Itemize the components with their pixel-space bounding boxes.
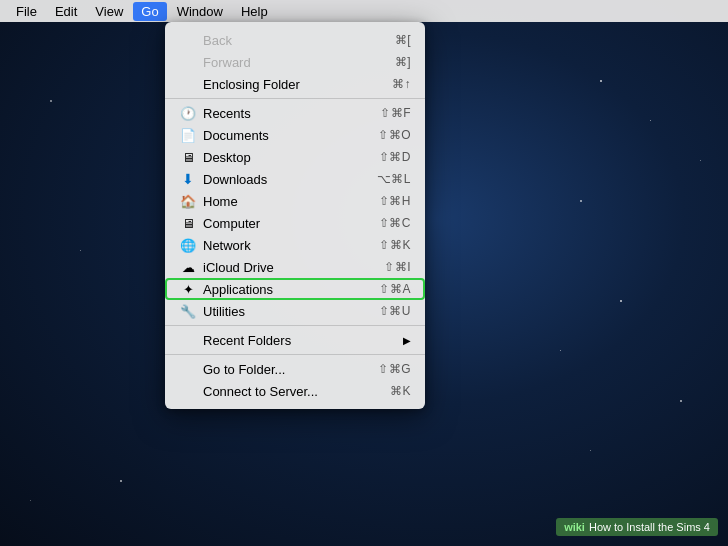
watermark: wiki How to Install the Sims 4 <box>556 518 718 536</box>
goto-folder-icon <box>179 361 197 377</box>
places-section: 🕐 Recents ⇧⌘F 📄 Documents ⇧⌘O 🖥 Desktop … <box>165 99 425 326</box>
menu-icloud-drive[interactable]: ☁ iCloud Drive ⇧⌘I <box>165 256 425 278</box>
forward-shortcut: ⌘] <box>395 55 411 69</box>
recents-label: Recents <box>203 106 380 121</box>
utilities-icon: 🔧 <box>179 303 197 319</box>
enclosing-folder-shortcut: ⌘↑ <box>392 77 411 91</box>
recent-folders-icon <box>179 332 197 348</box>
documents-label: Documents <box>203 128 378 143</box>
menu-utilities[interactable]: 🔧 Utilities ⇧⌘U <box>165 300 425 322</box>
documents-shortcut: ⇧⌘O <box>378 128 411 142</box>
nav-section: Back ⌘[ Forward ⌘] Enclosing Folder ⌘↑ <box>165 26 425 99</box>
menu-help[interactable]: Help <box>233 2 276 21</box>
desktop-label: Desktop <box>203 150 379 165</box>
applications-icon: ✦ <box>179 281 197 297</box>
home-icon: 🏠 <box>179 193 197 209</box>
menu-enclosing-folder[interactable]: Enclosing Folder ⌘↑ <box>165 73 425 95</box>
forward-icon <box>179 54 197 70</box>
recent-folders-arrow: ▶ <box>403 335 411 346</box>
forward-label: Forward <box>203 55 395 70</box>
back-icon <box>179 32 197 48</box>
menu-documents[interactable]: 📄 Documents ⇧⌘O <box>165 124 425 146</box>
applications-shortcut: ⇧⌘A <box>379 282 411 296</box>
menu-applications[interactable]: ✦ Applications ⇧⌘A <box>165 278 425 300</box>
menu-file[interactable]: File <box>8 2 45 21</box>
downloads-label: Downloads <box>203 172 377 187</box>
computer-label: Computer <box>203 216 379 231</box>
watermark-text: How to Install the Sims 4 <box>589 521 710 533</box>
icloud-icon: ☁ <box>179 259 197 275</box>
recent-section: Recent Folders ▶ <box>165 326 425 355</box>
menu-back: Back ⌘[ <box>165 29 425 51</box>
network-label: Network <box>203 238 379 253</box>
computer-icon: 🖥 <box>179 215 197 231</box>
icloud-label: iCloud Drive <box>203 260 384 275</box>
downloads-shortcut: ⌥⌘L <box>377 172 411 186</box>
menu-view[interactable]: View <box>87 2 131 21</box>
recents-shortcut: ⇧⌘F <box>380 106 411 120</box>
connect-server-label: Connect to Server... <box>203 384 390 399</box>
goto-folder-shortcut: ⇧⌘G <box>378 362 411 376</box>
menu-recent-folders[interactable]: Recent Folders ▶ <box>165 329 425 351</box>
utilities-label: Utilities <box>203 304 379 319</box>
go-menu-dropdown: Back ⌘[ Forward ⌘] Enclosing Folder ⌘↑ 🕐… <box>165 22 425 409</box>
enclosing-folder-label: Enclosing Folder <box>203 77 392 92</box>
menubar: File Edit View Go Window Help <box>0 0 728 22</box>
menu-downloads[interactable]: ⬇ Downloads ⌥⌘L <box>165 168 425 190</box>
downloads-icon: ⬇ <box>179 171 197 187</box>
utilities-shortcut: ⇧⌘U <box>379 304 411 318</box>
recent-folders-label: Recent Folders <box>203 333 399 348</box>
goto-section: Go to Folder... ⇧⌘G Connect to Server...… <box>165 355 425 405</box>
back-label: Back <box>203 33 395 48</box>
documents-icon: 📄 <box>179 127 197 143</box>
enclosing-folder-icon <box>179 76 197 92</box>
back-shortcut: ⌘[ <box>395 33 411 47</box>
connect-server-icon <box>179 383 197 399</box>
goto-folder-label: Go to Folder... <box>203 362 378 377</box>
desktop-icon: 🖥 <box>179 149 197 165</box>
menu-recents[interactable]: 🕐 Recents ⇧⌘F <box>165 102 425 124</box>
menu-desktop[interactable]: 🖥 Desktop ⇧⌘D <box>165 146 425 168</box>
menu-window[interactable]: Window <box>169 2 231 21</box>
menu-edit[interactable]: Edit <box>47 2 85 21</box>
computer-shortcut: ⇧⌘C <box>379 216 411 230</box>
menu-home[interactable]: 🏠 Home ⇧⌘H <box>165 190 425 212</box>
menu-go-to-folder[interactable]: Go to Folder... ⇧⌘G <box>165 358 425 380</box>
menu-forward: Forward ⌘] <box>165 51 425 73</box>
menu-network[interactable]: 🌐 Network ⇧⌘K <box>165 234 425 256</box>
menu-go[interactable]: Go <box>133 2 166 21</box>
menu-computer[interactable]: 🖥 Computer ⇧⌘C <box>165 212 425 234</box>
home-label: Home <box>203 194 379 209</box>
network-icon: 🌐 <box>179 237 197 253</box>
home-shortcut: ⇧⌘H <box>379 194 411 208</box>
menu-connect-server[interactable]: Connect to Server... ⌘K <box>165 380 425 402</box>
watermark-wiki: wiki <box>564 521 585 533</box>
desktop-shortcut: ⇧⌘D <box>379 150 411 164</box>
applications-label: Applications <box>203 282 379 297</box>
network-shortcut: ⇧⌘K <box>379 238 411 252</box>
icloud-shortcut: ⇧⌘I <box>384 260 411 274</box>
recents-icon: 🕐 <box>179 105 197 121</box>
connect-server-shortcut: ⌘K <box>390 384 411 398</box>
